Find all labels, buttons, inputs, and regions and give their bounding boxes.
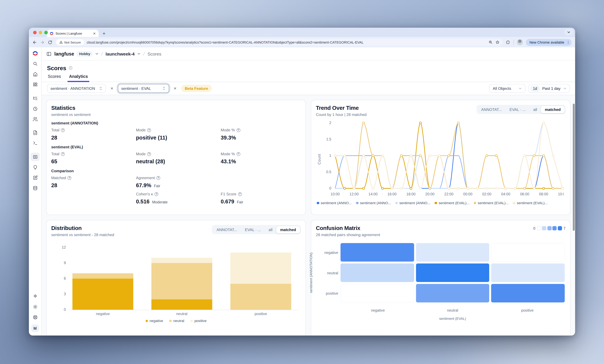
annotation-queues-icon[interactable] (30, 173, 40, 182)
chrome-update-button[interactable]: New Chrome available (526, 39, 572, 46)
tracing-icon[interactable] (30, 94, 40, 102)
help-icon[interactable]: ? (236, 128, 240, 132)
legend-item[interactable]: sentiment (EVAL)... (513, 201, 548, 205)
matrix-cell[interactable] (340, 284, 414, 302)
matrix-cell[interactable] (340, 264, 414, 282)
help-icon[interactable]: ? (156, 176, 160, 180)
search-icon[interactable] (30, 60, 40, 68)
tab-analytics[interactable]: Analytics (68, 73, 89, 82)
bookmark-star-icon[interactable] (495, 40, 500, 44)
remove-score2-icon[interactable] (172, 87, 178, 90)
bar-segment[interactable] (151, 299, 212, 310)
ask-ai-icon[interactable] (30, 292, 40, 301)
matrix-cell[interactable] (491, 243, 565, 262)
new-tab-button[interactable] (102, 32, 106, 35)
seg-eval[interactable]: EVAL · ... (506, 106, 529, 113)
object-type-select[interactable]: All Objects (489, 84, 526, 93)
scores-icon[interactable] (30, 152, 40, 161)
minimize-window-button[interactable] (39, 31, 42, 34)
legend-item[interactable]: sentiment (EVAL)... (435, 201, 469, 205)
legend-item[interactable]: positive (190, 319, 207, 323)
matrix-cell[interactable] (416, 284, 489, 302)
prompts-icon[interactable] (30, 128, 40, 137)
seg-matched[interactable]: matched (541, 106, 565, 113)
address-bar[interactable]: Not Secure cloud.langfuse.com/project/cm… (56, 38, 503, 46)
tab-search-button[interactable] (564, 29, 573, 36)
panel-toggle-icon[interactable] (46, 51, 51, 56)
seg-annotation[interactable]: ANNOTAT... (213, 226, 241, 233)
seg-all[interactable]: all (529, 106, 541, 113)
help-icon[interactable]: ? (147, 152, 151, 156)
legend-dot-icon (474, 202, 476, 204)
date-range-select[interactable]: 1d Past 1 day (528, 84, 570, 93)
zoom-page-icon[interactable] (489, 40, 493, 44)
support-lifebuoy-icon[interactable] (30, 313, 40, 322)
not-secure-label: Not Secure (64, 40, 81, 44)
extensions-icon[interactable] (506, 40, 511, 44)
info-icon[interactable] (69, 66, 73, 70)
matrix-cell[interactable] (491, 264, 565, 282)
legend-item[interactable]: sentiment (ANNO... (317, 201, 352, 205)
bar-segment[interactable] (230, 252, 291, 284)
user-avatar[interactable]: M (31, 324, 39, 332)
data-point-marker (343, 155, 346, 157)
langfuse-logo-icon[interactable] (32, 50, 38, 56)
not-secure-chip[interactable]: Not Secure (56, 39, 84, 45)
scale-square (547, 226, 552, 230)
help-icon[interactable]: ? (154, 192, 158, 196)
score2-select[interactable]: sentiment · EVAL (118, 84, 169, 93)
org-chevron-down-icon[interactable] (95, 52, 99, 56)
help-icon[interactable]: ? (238, 192, 242, 196)
bar-segment[interactable] (72, 273, 133, 279)
legend-item[interactable]: sentiment (ANNO... (356, 201, 391, 205)
forward-icon[interactable] (40, 40, 45, 44)
matrix-cell[interactable] (491, 284, 565, 302)
playground-icon[interactable] (30, 139, 40, 147)
score1-select[interactable]: sentiment · ANNOTATION (47, 84, 106, 93)
legend-item[interactable]: sentiment (ANNO... (395, 201, 430, 205)
dashboards-icon[interactable] (30, 80, 40, 89)
tab-title: Scores | Langfuse (56, 31, 91, 35)
seg-matched[interactable]: matched (276, 226, 300, 233)
seg-eval[interactable]: EVAL · ... (241, 226, 265, 233)
back-icon[interactable] (32, 40, 37, 44)
maximize-window-button[interactable] (44, 31, 48, 34)
seg-annotation[interactable]: ANNOTAT... (477, 106, 506, 113)
bar-segment[interactable] (151, 258, 212, 263)
legend-item[interactable]: negative (146, 319, 163, 323)
matrix-cell[interactable] (340, 243, 414, 262)
bar-segment[interactable] (72, 279, 133, 310)
settings-gear-icon[interactable] (30, 303, 40, 311)
profile-avatar[interactable] (517, 39, 523, 45)
help-icon[interactable]: ? (61, 128, 65, 132)
reload-icon[interactable] (48, 40, 52, 44)
home-icon[interactable] (30, 70, 40, 78)
help-icon[interactable]: ? (67, 176, 71, 180)
datasets-icon[interactable] (30, 184, 40, 192)
remove-score1-icon[interactable] (109, 87, 115, 90)
legend-item[interactable]: neutral (169, 319, 184, 323)
evaluators-icon[interactable] (30, 163, 40, 172)
help-icon[interactable]: ? (236, 152, 240, 156)
breadcrumb-page[interactable]: Scores (148, 51, 161, 56)
bar-segment[interactable] (230, 284, 291, 310)
legend-label: neutral (173, 319, 184, 323)
tab-scores[interactable]: Scores (47, 73, 62, 82)
seg-all[interactable]: all (265, 226, 276, 233)
project-name[interactable]: launchweek-4 (106, 51, 135, 56)
org-name[interactable]: langfuse (54, 51, 74, 56)
users-icon[interactable] (30, 115, 40, 123)
kebab-menu-icon[interactable] (566, 40, 570, 44)
close-window-button[interactable] (33, 31, 37, 34)
vertical-scrollbar[interactable] (573, 104, 574, 231)
browser-tab[interactable]: Scores | Langfuse (47, 30, 99, 37)
project-chevron-down-icon[interactable] (137, 52, 141, 56)
help-icon[interactable]: ? (147, 128, 151, 132)
matrix-cell[interactable] (416, 264, 489, 282)
bar-segment[interactable] (151, 263, 212, 299)
tab-close-icon[interactable] (93, 32, 96, 35)
matrix-cell[interactable] (416, 243, 489, 262)
legend-item[interactable]: sentiment (EVAL)... (474, 201, 509, 205)
help-icon[interactable]: ? (61, 152, 65, 156)
sessions-icon[interactable] (30, 104, 40, 113)
